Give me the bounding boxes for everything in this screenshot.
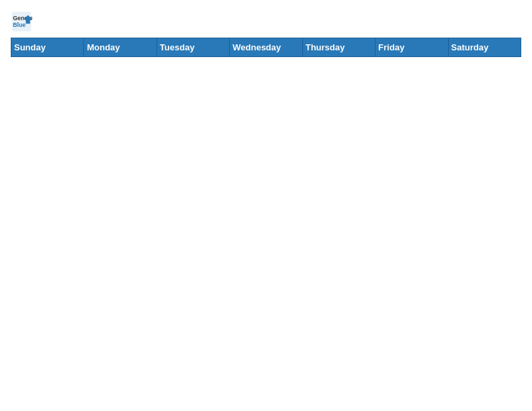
weekday-header-sunday: Sunday — [11, 38, 84, 57]
weekday-header-tuesday: Tuesday — [157, 38, 229, 57]
weekday-header-wednesday: Wednesday — [230, 38, 302, 57]
weekday-header-saturday: Saturday — [448, 38, 521, 57]
logo: General Blue — [11, 11, 35, 32]
header: General Blue — [11, 11, 521, 32]
weekday-header-thursday: Thursday — [302, 38, 375, 57]
calendar-table: SundayMondayTuesdayWednesdayThursdayFrid… — [11, 38, 521, 57]
logo-icon: General Blue — [11, 11, 32, 32]
weekday-header-friday: Friday — [375, 38, 448, 57]
svg-text:Blue: Blue — [13, 21, 26, 28]
weekday-header-monday: Monday — [84, 38, 157, 57]
weekday-header-row: SundayMondayTuesdayWednesdayThursdayFrid… — [11, 38, 521, 57]
